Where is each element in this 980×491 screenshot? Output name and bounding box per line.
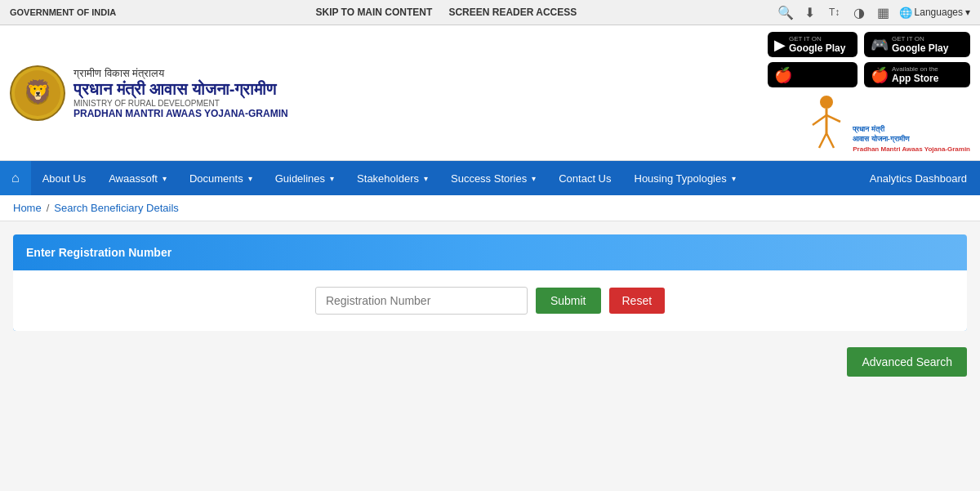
nav-item-guidelines[interactable]: Guidelines ▾ [264, 163, 345, 194]
search-card: Enter Registration Number Submit Reset [13, 234, 967, 331]
svg-line-8 [819, 133, 826, 148]
nav-analytics-dashboard[interactable]: Analytics Dashboard [857, 163, 980, 194]
download-icon[interactable]: ⬇ [801, 3, 819, 21]
awaassoft-chevron-icon: ▾ [163, 174, 167, 183]
documents-chevron-icon: ▾ [248, 174, 252, 183]
app-store-big: App Store [892, 73, 938, 84]
breadcrumb-separator: / [47, 202, 50, 214]
success-stories-chevron-icon: ▾ [532, 174, 536, 183]
theme-icon[interactable]: ▦ [875, 3, 893, 21]
nav-item-stakeholders[interactable]: Stakeholders ▾ [345, 163, 439, 194]
header: 🦁 ग्रामीण विकास मंत्रालय प्रधान मंत्री आ… [0, 25, 980, 161]
app-store-small: Available on the [892, 65, 938, 73]
scheme-en: PRADHAN MANTRI AWAAS YOJANA-GRAMIN [74, 108, 288, 119]
svg-line-9 [826, 133, 834, 148]
google-play-big: Google Play [892, 42, 948, 54]
apple-icon: 🍎 [774, 66, 792, 84]
top-bar: GOVERNMENT OF INDIA SKIP TO MAIN CONTENT… [0, 0, 980, 25]
google-play-small: GET IT ON [892, 35, 948, 42]
ministry-hindi: ग्रामीण विकास मंत्रालय [74, 67, 288, 80]
nav-item-housing-typologies[interactable]: Housing Typologies ▾ [623, 163, 747, 194]
languages-label: Languages [915, 7, 963, 18]
nav-item-contact-us[interactable]: Contact Us [547, 163, 622, 194]
svg-point-4 [820, 96, 833, 109]
top-bar-center: SKIP TO MAIN CONTENT SCREEN READER ACCES… [315, 7, 577, 18]
advanced-search-row: Advanced Search [13, 347, 967, 385]
apple-store-icon-badge[interactable]: 🍎 [768, 62, 858, 87]
scheme-hindi: प्रधान मंत्री आवास योजना-ग्रामीण [74, 80, 288, 99]
mascot-line2: आवास योजना-ग्रामीण [853, 134, 970, 145]
svg-line-7 [826, 115, 840, 122]
mascot-text: प्रधान मंत्री आवास योजना-ग्रामीण Pradhan… [853, 124, 970, 154]
app-store-badge[interactable]: 🍎 Available on the App Store [864, 62, 970, 87]
search-icon[interactable]: 🔍 [777, 3, 795, 21]
nav-item-awaassoft[interactable]: Awaassoft ▾ [97, 163, 178, 194]
nav-home-button[interactable]: ⌂ [0, 161, 31, 195]
play-store-small: GET IT ON [789, 35, 845, 42]
mascot-line1: प्रधान मंत्री [853, 124, 970, 135]
top-bar-right: 🔍 ⬇ T↕ ◑ ▦ 🌐 Languages ▾ [777, 3, 970, 21]
mascot-figure [804, 92, 849, 154]
lang-chevron-icon: ▾ [965, 7, 970, 18]
registration-number-input[interactable] [315, 287, 528, 315]
housing-typologies-chevron-icon: ▾ [732, 174, 736, 183]
search-card-body: Submit Reset [13, 270, 967, 331]
stakeholders-chevron-icon: ▾ [424, 174, 428, 183]
submit-button[interactable]: Submit [536, 288, 601, 314]
app-store-badges: 🍎 🍎 Available on the App Store [768, 62, 970, 87]
language-selector[interactable]: 🌐 Languages ▾ [899, 7, 970, 19]
svg-text:🦁: 🦁 [24, 78, 52, 105]
header-right: ▶ GET IT ON Google Play 🎮 GET IT ON Goog… [768, 32, 970, 154]
gov-label: GOVERNMENT OF INDIA [10, 7, 116, 17]
main-content: Enter Registration Number Submit Reset A… [0, 221, 980, 398]
header-text: ग्रामीण विकास मंत्रालय प्रधान मंत्री आवा… [74, 67, 288, 119]
svg-line-6 [813, 115, 826, 125]
ministry-en: MINISTRY OF RURAL DEVELOPMENT [74, 99, 288, 108]
search-card-header: Enter Registration Number [13, 234, 967, 270]
nav-item-success-stories[interactable]: Success Stories ▾ [439, 163, 547, 194]
govt-emblem: 🦁 [10, 65, 65, 121]
guidelines-chevron-icon: ▾ [330, 174, 334, 183]
breadcrumb: Home / Search Beneficiary Details [0, 195, 980, 221]
play-store-badge[interactable]: ▶ GET IT ON Google Play [768, 32, 858, 57]
app-store-icon: 🍎 [871, 66, 889, 84]
breadcrumb-home[interactable]: Home [13, 202, 42, 214]
text-size-icon[interactable]: T↕ [826, 3, 844, 21]
play-store-icon: ▶ [774, 36, 786, 54]
lang-icon: 🌐 [899, 7, 912, 19]
skip-to-main[interactable]: SKIP TO MAIN CONTENT [315, 7, 432, 18]
advanced-search-button[interactable]: Advanced Search [847, 347, 967, 377]
breadcrumb-current: Search Beneficiary Details [54, 202, 178, 214]
nav-item-documents[interactable]: Documents ▾ [178, 163, 264, 194]
mascot-area: प्रधान मंत्री आवास योजना-ग्रामीण Pradhan… [804, 92, 970, 154]
app-badges: ▶ GET IT ON Google Play 🎮 GET IT ON Goog… [768, 32, 970, 57]
google-play-icon: 🎮 [871, 36, 889, 54]
main-nav: ⌂ About Us Awaassoft ▾ Documents ▾ Guide… [0, 161, 980, 195]
play-store-big: Google Play [789, 42, 845, 54]
color-scheme-icon[interactable]: ◑ [850, 3, 868, 21]
nav-item-about-us[interactable]: About Us [31, 163, 97, 194]
header-left: 🦁 ग्रामीण विकास मंत्रालय प्रधान मंत्री आ… [10, 65, 288, 121]
screen-reader-access[interactable]: SCREEN READER ACCESS [448, 7, 577, 18]
google-play-badge[interactable]: 🎮 GET IT ON Google Play [864, 32, 970, 57]
reset-button[interactable]: Reset [609, 288, 666, 314]
mascot-line3: Pradhan Mantri Awaas Yojana-Gramin [853, 145, 970, 154]
